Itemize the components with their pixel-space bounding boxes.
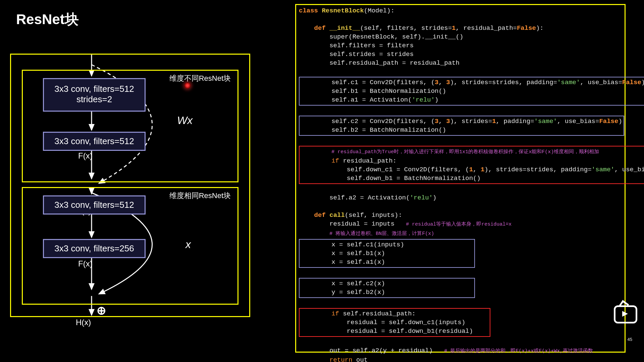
residual-comment: # residual_path为True时，对输入进行下采样，即用1x1的卷积核… (331, 149, 599, 155)
kw-class: class (299, 7, 318, 14)
wx-label: Wx (177, 114, 193, 127)
residual-assign: residual = inputs (329, 220, 394, 228)
resnet-block-diff-dim: 维度不同ResNet块 3x3 conv, filters=512 stride… (22, 70, 238, 182)
block1-label: 维度不同ResNet块 (169, 73, 231, 83)
b1-line: self.b1 = BatchNormalization() (331, 87, 446, 95)
residual-inline-cmt: # residual等于输入值本身，即residual=x (406, 222, 512, 227)
kw-def: def (314, 24, 326, 32)
super-call: super(ResnetBlock, self).__init__() (329, 33, 463, 41)
diagram-outer-box: 维度不同ResNet块 3x3 conv, filters=512 stride… (10, 54, 250, 317)
code-box-residual-call: if self.residual_path: residual = self.d… (299, 308, 490, 337)
fx2-label: F(x) (78, 259, 93, 268)
laser-pointer-dot (184, 82, 191, 88)
fn-call: call (329, 212, 345, 219)
out-line: out = self.a2(y + residual) (329, 347, 433, 354)
b2-line: self.b2 = BatchNormalization() (331, 126, 446, 134)
default-false: False (517, 24, 536, 32)
fn-init: __init__ (329, 24, 360, 32)
kw-def2: def (314, 212, 326, 219)
forward-cmt: # 将输入通过卷积、BN层、激活层，计算F(x) (329, 231, 434, 237)
default-1: 1 (452, 24, 455, 32)
class-name: ResnetBlock (322, 7, 364, 14)
parent-class: Model (368, 7, 387, 14)
add-op-2: ⊕ (97, 305, 106, 315)
conv-node-4: 3x3 conv, filters=256 (43, 239, 146, 258)
code-box-forward2: x = self.c2(x) y = self.b2(x) (299, 278, 475, 298)
code-box-c1b1a1: self.c1 = Conv2D(filters, (3, 3), stride… (299, 77, 644, 106)
code-box-forward1: x = self.c1(inputs) x = self.b1(x) x = s… (299, 239, 475, 268)
assign-filters: self.filters = filters (329, 42, 414, 49)
slide-title: ResNet块 (16, 10, 79, 29)
kw-return: return (329, 356, 352, 362)
code-box-c2b2: self.c2 = Conv2D(filters, (3, 3), stride… (299, 116, 624, 136)
block2-label: 维度相同ResNet块 (169, 191, 231, 201)
init-params: (self, filters, strides= (360, 24, 452, 32)
code-panel: class ResnetBlock(Model): def __init__(s… (295, 4, 626, 353)
hx2-label: H(x) (76, 318, 91, 327)
code-box-residual-def: # residual_path为True时，对输入进行下采样，即用1x1的卷积核… (299, 146, 644, 184)
out-cmt: # 最后输出的是两部分的和，即F(x)+x或F(x)+Wx,再过激活函数 (444, 348, 593, 354)
x-label: x (185, 238, 191, 251)
resnet-block-same-dim: 维度相同ResNet块 3x3 conv, filters=512 3x3 co… (22, 187, 238, 305)
fx1-label: F(x) (78, 151, 93, 161)
assign-res: self.residual_path = residual_path (329, 59, 460, 67)
kw-if: if (331, 157, 339, 165)
page-number: 45 (628, 337, 632, 342)
assign-strides: self.strides = strides (329, 51, 414, 58)
conv-node-3: 3x3 conv, filters=512 (43, 195, 146, 215)
tv-icon (614, 305, 637, 323)
conv-node-1: 3x3 conv, filters=512 strides=2 (43, 78, 146, 112)
down-b1: self.down_b1 = BatchNormalization() (347, 175, 481, 182)
node1-line1: 3x3 conv, filters=512 (44, 84, 145, 94)
conv-node-2: 3x3 conv, filters=512 (43, 132, 146, 151)
node1-line2: strides=2 (44, 94, 145, 105)
